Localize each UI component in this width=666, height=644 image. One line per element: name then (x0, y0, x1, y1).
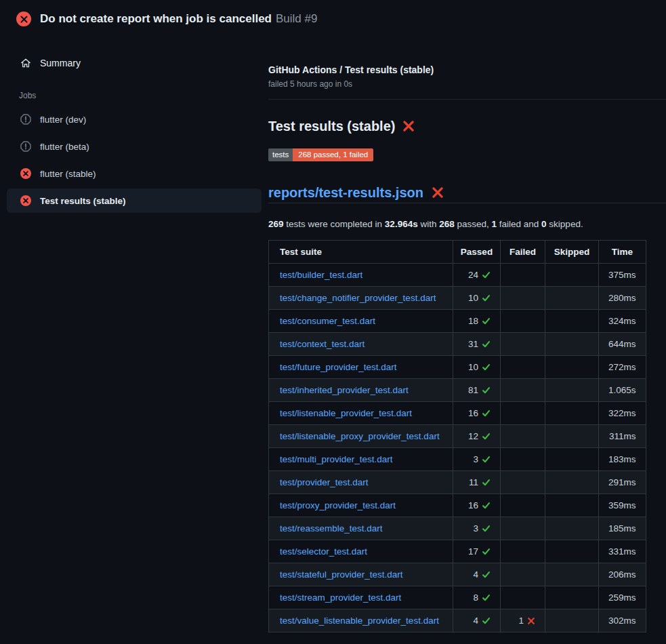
time-cell: 183ms (599, 448, 646, 471)
passed-value: 24 (468, 270, 478, 280)
suite-cell: test/change_notifier_provider_test.dart (269, 287, 453, 310)
summary-text: passed, (455, 219, 492, 229)
x-circle-icon (20, 195, 31, 206)
passed-value: 10 (468, 293, 478, 303)
check-icon (482, 340, 491, 348)
check-icon (482, 455, 491, 464)
check-icon (482, 501, 491, 510)
failed-cell (501, 586, 545, 609)
x-icon (527, 617, 535, 625)
sidebar-job-item[interactable]: flutter (stable) (7, 161, 262, 186)
suite-cell: test/stream_provider_test.dart (269, 586, 453, 609)
passed-value: 12 (468, 431, 478, 441)
table-row: test/listenable_proxy_provider_test.dart… (269, 425, 646, 448)
passed-value: 10 (468, 362, 478, 372)
test-suite-link[interactable]: test/proxy_provider_test.dart (280, 500, 396, 510)
skipped-count: 0 (541, 219, 547, 229)
time-cell: 331ms (599, 540, 646, 563)
passed-cell: 17 (453, 540, 501, 563)
suite-cell: test/inherited_provider_test.dart (269, 379, 453, 402)
total-tests: 269 (268, 219, 284, 229)
skipped-cell (545, 379, 599, 402)
skipped-cell (545, 563, 599, 586)
suite-cell: test/consumer_test.dart (269, 310, 453, 333)
passed-value: 81 (468, 385, 478, 395)
test-suite-link[interactable]: test/value_listenable_provider_test.dart (280, 616, 439, 626)
column-header: Failed (501, 241, 545, 264)
summary-text: skipped. (547, 219, 583, 229)
sidebar-item-summary[interactable]: Summary (0, 52, 268, 74)
test-suite-link[interactable]: test/stream_provider_test.dart (280, 592, 401, 603)
passed-cell: 16 (453, 494, 501, 517)
jobs-heading: Jobs (0, 74, 268, 107)
badge-value: 268 passed, 1 failed (293, 148, 373, 161)
report-title-text: reports/test-results.json (268, 184, 423, 201)
suite-cell: test/listenable_provider_test.dart (269, 402, 453, 425)
sidebar-job-item[interactable]: flutter (beta) (7, 134, 262, 159)
test-suite-link[interactable]: test/inherited_provider_test.dart (280, 385, 409, 395)
test-suite-link[interactable]: test/provider_test.dart (280, 477, 369, 487)
passed-cell: 10 (453, 287, 501, 310)
test-suite-link[interactable]: test/listenable_proxy_provider_test.dart (280, 431, 440, 441)
table-row: test/selector_test.dart17331ms (269, 540, 646, 563)
time-cell: 359ms (599, 494, 646, 517)
passed-cell: 16 (453, 402, 501, 425)
test-suite-link[interactable]: test/consumer_test.dart (280, 316, 375, 326)
skipped-cell (545, 425, 599, 448)
job-label: flutter (stable) (40, 169, 96, 179)
skipped-cell (545, 310, 599, 333)
column-header: Test suite (269, 241, 453, 264)
check-icon (482, 294, 491, 302)
check-icon (482, 570, 491, 579)
build-failed-icon (16, 12, 31, 26)
sidebar-job-item[interactable]: flutter (dev) (7, 107, 262, 132)
breadcrumb: GitHub Actions / Test results (stable) (268, 64, 666, 76)
test-suite-link[interactable]: test/context_test.dart (280, 339, 365, 349)
suite-cell: test/listenable_proxy_provider_test.dart (269, 425, 453, 448)
passed-value: 3 (473, 454, 478, 464)
skipped-cell (545, 586, 599, 609)
summary-text: failed and (497, 219, 541, 229)
time-cell: 311ms (599, 425, 646, 448)
failed-cell (501, 379, 545, 402)
test-suite-link[interactable]: test/reassemble_test.dart (280, 523, 383, 534)
failed-cell (501, 356, 545, 379)
section-title-text: Test results (stable) (268, 117, 395, 135)
suite-cell: test/reassemble_test.dart (269, 517, 453, 540)
table-row: test/stream_provider_test.dart8259ms (269, 586, 646, 609)
skipped-cell (545, 333, 599, 356)
passed-value: 31 (468, 339, 478, 349)
passed-value: 18 (468, 316, 478, 326)
test-suite-link[interactable]: test/listenable_provider_test.dart (280, 408, 412, 418)
sidebar: Summary Jobs flutter (dev)flutter (beta)… (0, 38, 268, 216)
table-row: test/inherited_provider_test.dart811.065… (269, 379, 646, 402)
x-circle-icon (20, 168, 31, 179)
suite-cell: test/stateful_provider_test.dart (269, 563, 453, 586)
passed-cell: 31 (453, 333, 501, 356)
table-row: test/builder_test.dart24375ms (269, 264, 646, 287)
job-label: Test results (stable) (40, 196, 126, 206)
time-cell: 302ms (599, 609, 646, 632)
test-suite-link[interactable]: test/selector_test.dart (280, 546, 367, 557)
check-icon (482, 270, 491, 279)
table-row: test/context_test.dart31644ms (269, 333, 646, 356)
test-suite-link[interactable]: test/change_notifier_provider_test.dart (280, 293, 436, 303)
test-suite-link[interactable]: test/stateful_provider_test.dart (280, 569, 403, 580)
passed-cell: 4 (453, 563, 501, 586)
table-row: test/reassemble_test.dart3185ms (269, 517, 646, 540)
header-divider (268, 99, 666, 100)
page-title: Do not create report when job is cancell… (40, 12, 272, 25)
report-title[interactable]: reports/test-results.json (268, 184, 666, 201)
time-cell: 259ms (599, 586, 646, 609)
test-suite-link[interactable]: test/multi_provider_test.dart (280, 454, 393, 464)
suite-cell: test/provider_test.dart (269, 471, 453, 494)
passed-value: 8 (473, 592, 478, 603)
test-suite-link[interactable]: test/builder_test.dart (280, 270, 362, 280)
passed-cell: 3 (453, 448, 501, 471)
test-suite-link[interactable]: test/future_provider_test.dart (280, 362, 397, 372)
passed-value: 11 (469, 477, 478, 487)
failed-cell (501, 540, 545, 563)
passed-cell: 10 (453, 356, 501, 379)
sidebar-job-item[interactable]: Test results (stable) (7, 188, 262, 213)
main-content: GitHub Actions / Test results (stable) f… (268, 38, 666, 632)
